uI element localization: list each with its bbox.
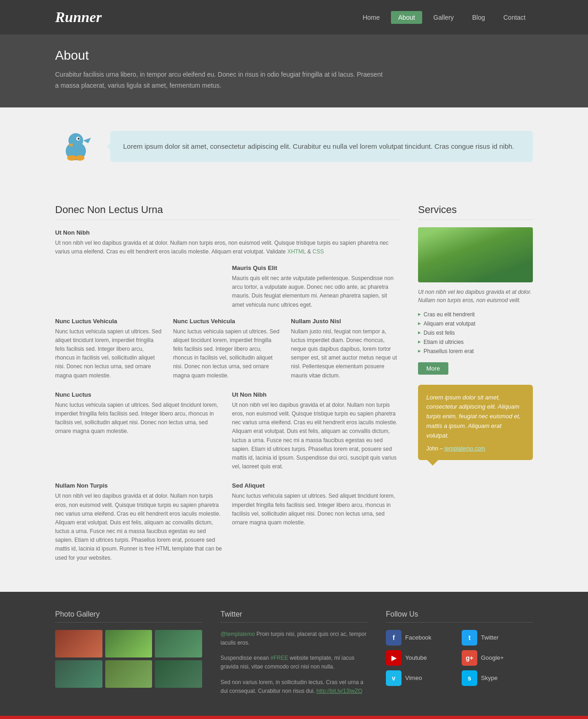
section-text-nullam: Nullam justo nisl, feugiat non tempor a,…	[291, 327, 400, 380]
follow-youtube[interactable]: ▶ Youtube	[386, 650, 457, 666]
section-nunc-1: Nunc Luctus Vehicula Nunc luctus vehicul…	[55, 318, 164, 380]
service-item-4: Etiam id ultricies	[418, 337, 533, 347]
quote-text: Lorem ipsum dolor sit amet, consectetur …	[123, 142, 514, 150]
twitter-label: Twitter	[481, 634, 498, 641]
googleplus-label: Google+	[481, 654, 504, 661]
left-column: Donec Non Lectus Urna Ut Non Nibh Ut non…	[55, 204, 400, 573]
nav-contact[interactable]: Contact	[496, 11, 533, 24]
youtube-label: Youtube	[405, 654, 427, 661]
section-title-sed-aliquet: Sed Aliquet	[232, 482, 400, 489]
gallery-thumb-6[interactable]	[155, 660, 202, 688]
section-text-mauris: Mauris quis elit nec ante vulputate pell…	[232, 274, 400, 309]
tweet-url-3[interactable]: http://bit.ly/13IwZO	[317, 688, 362, 694]
services-title: Services	[418, 204, 533, 220]
section-text-nunc1: Nunc luctus vehicula sapien ut ultrices.…	[55, 327, 164, 380]
footer: Photo Gallery Twitter @templatemo Proin …	[0, 592, 588, 716]
services-quote-block: Lorem ipsum dolor sit amet, consectetur …	[418, 385, 533, 460]
main-content: Donec Non Lectus Urna Ut Non Nibh Ut non…	[0, 185, 588, 592]
link-css[interactable]: CSS	[312, 248, 324, 255]
services-quote-text: Lorem ipsum dolor sit amet, consectetur …	[426, 393, 525, 441]
services-quote-attribution: John – templatemo.com	[426, 445, 525, 452]
svg-marker-2	[83, 138, 91, 143]
gallery-grid	[55, 630, 202, 688]
facebook-label: Facebook	[405, 634, 431, 641]
footer-twitter: Twitter @templatemo Proin turpis nisi, p…	[220, 610, 368, 702]
navbar: Runner Home About Gallery Blog Contact	[0, 0, 588, 34]
nav-links: Home About Gallery Blog Contact	[355, 11, 533, 24]
tweet-2: Suspendisse enean #FREE website template…	[220, 654, 368, 671]
follow-twitter[interactable]: t Twitter	[462, 630, 533, 646]
section-row2: Mauris Quis Elit Mauris quis elit nec an…	[55, 264, 400, 309]
follow-vimeo[interactable]: v Vimeo	[386, 670, 457, 686]
hero-title: About	[55, 48, 533, 63]
section-text-ut2: Ut non nibh vel leo dapibus gravida et a…	[232, 401, 400, 472]
gallery-thumb-1[interactable]	[55, 630, 102, 657]
follow-us-title: Follow Us	[386, 610, 533, 623]
author-name: John	[426, 445, 438, 452]
section-title-nullam-turpis: Nullam Non Turpis	[55, 482, 223, 489]
watermark-bar: 访问皿号社区bbs.xieniao.com免费下载更多网站	[0, 716, 588, 719]
author-link[interactable]: templatemo.com	[444, 445, 485, 452]
skype-icon: s	[462, 670, 477, 686]
googleplus-icon: g+	[462, 650, 477, 666]
quote-section: Lorem ipsum dolor sit amet, consectetur …	[0, 107, 588, 185]
tweet-hashtag-2: #FREE	[271, 655, 288, 661]
tweet-3: Sed non varius lorem, in sollicitudin le…	[220, 678, 368, 696]
hero-section: About Curabitur facilisis urna libero, i…	[0, 34, 588, 107]
section-ut-non-nibh: Ut Non Nibh Ut non nibh vel leo dapibus …	[55, 229, 400, 256]
vimeo-icon: v	[386, 670, 401, 686]
service-item-2: Aliquam erat volutpat	[418, 319, 533, 328]
section-nullam-non-turpis: Nullam Non Turpis Ut non nibh vel leo da…	[55, 482, 223, 562]
services-image	[418, 227, 533, 282]
right-column: Services Ut non nibh vel leo dapibus gra…	[418, 204, 533, 573]
gallery-thumb-4[interactable]	[55, 660, 102, 688]
tweet-handle-1: @templatemo	[220, 631, 255, 637]
svg-point-4	[78, 138, 79, 140]
gallery-thumb-5[interactable]	[105, 660, 153, 688]
service-item-5: Phasellus lorem erat	[418, 347, 533, 356]
section-text-sed-aliquet: Nunc luctus vehicula sapien ut ultrices.…	[232, 492, 400, 527]
section-nunc-luctus: Nunc Luctus Nunc luctus vehicula sapien …	[55, 391, 223, 472]
tweet-prefix-2: Suspendisse enean	[220, 655, 271, 661]
tweet-1: @templatemo Proin turpis nisi, placerat …	[220, 630, 368, 647]
service-item-3: Duis est felis	[418, 328, 533, 337]
nav-about[interactable]: About	[391, 11, 423, 24]
section-title-nunc1: Nunc Luctus Vehicula	[55, 318, 164, 325]
footer-follow-us: Follow Us f Facebook t Twitter ▶ Youtube…	[386, 610, 533, 702]
logo: Runner	[55, 9, 102, 26]
link-xhtml[interactable]: XHTML	[287, 248, 305, 255]
section-title-nunc2: Nunc Luctus Vehicula	[173, 318, 282, 325]
gallery-thumb-3[interactable]	[155, 630, 202, 657]
twitter-icon: t	[462, 630, 477, 646]
section-title-mauris: Mauris Quis Elit	[232, 264, 400, 271]
nav-home[interactable]: Home	[355, 11, 387, 24]
section-nunc-2: Nunc Luctus Vehicula Nunc luctus vehicul…	[173, 318, 282, 380]
services-list: Cras eu elit hendrerit Aliquam erat volu…	[418, 310, 533, 356]
follow-skype[interactable]: s Skype	[462, 670, 533, 686]
more-button[interactable]: More	[418, 362, 448, 375]
gallery-thumb-2[interactable]	[105, 630, 153, 657]
section-title-nunc-luctus: Nunc Luctus	[55, 391, 223, 398]
nav-gallery[interactable]: Gallery	[426, 11, 461, 24]
follow-googleplus[interactable]: g+ Google+	[462, 650, 533, 666]
services-image-inner	[418, 227, 533, 282]
section-text-nullam-turpis: Ut non nibh vel leo dapibus gravida et a…	[55, 492, 223, 562]
youtube-icon: ▶	[386, 650, 401, 666]
quote-tail	[427, 460, 438, 466]
section-title-nullam: Nullam Justo Nisl	[291, 318, 400, 325]
hero-description: Curabitur facilisis urna libero, in temp…	[55, 69, 386, 91]
section-text-nunc-luctus: Nunc luctus vehicula sapien ut ultrices.…	[55, 401, 223, 436]
section-mauris: Mauris Quis Elit Mauris quis elit nec an…	[232, 264, 400, 309]
footer-photo-gallery: Photo Gallery	[55, 610, 202, 702]
follow-facebook[interactable]: f Facebook	[386, 630, 457, 646]
section-row4: Nunc Luctus Nunc luctus vehicula sapien …	[55, 391, 400, 472]
main-section-title: Donec Non Lectus Urna	[55, 204, 400, 220]
vimeo-label: Vimeo	[405, 674, 422, 681]
nav-blog[interactable]: Blog	[465, 11, 492, 24]
services-description: Ut non nibh vel leo dapibus gravida et a…	[418, 288, 533, 304]
section-row3: Nunc Luctus Vehicula Nunc luctus vehicul…	[55, 318, 400, 380]
svg-point-7	[75, 155, 85, 161]
service-item-1: Cras eu elit hendrerit	[418, 310, 533, 319]
section-text-nunc2: Nunc luctus vehicula sapien ut ultrices.…	[173, 327, 282, 380]
section-row5: Nullam Non Turpis Ut non nibh vel leo da…	[55, 482, 400, 562]
